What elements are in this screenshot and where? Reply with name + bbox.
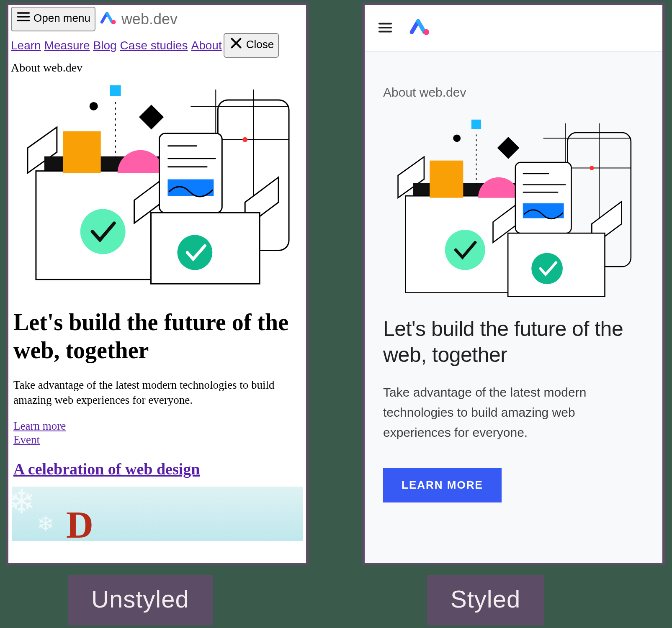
open-menu-label: Open menu	[33, 12, 90, 25]
close-label: Close	[246, 38, 274, 51]
nav-case-studies[interactable]: Case studies	[120, 39, 188, 52]
svg-rect-42	[515, 162, 571, 233]
svg-point-26	[423, 29, 429, 35]
svg-rect-32	[471, 120, 481, 129]
svg-point-14	[242, 137, 247, 142]
nav-blog[interactable]: Blog	[93, 39, 117, 52]
nav-measure[interactable]: Measure	[44, 39, 90, 52]
nav-about[interactable]: About	[191, 39, 221, 52]
hamburger-icon[interactable]	[377, 20, 393, 37]
celebration-heading-link[interactable]: A celebration of web design	[13, 460, 200, 478]
styled-topbar	[365, 5, 662, 52]
svg-rect-30	[430, 161, 463, 198]
svg-point-33	[453, 134, 461, 142]
svg-rect-8	[139, 105, 164, 129]
svg-point-0	[111, 20, 116, 24]
event-link[interactable]: Event	[13, 433, 301, 446]
styled-kicker: About web.dev	[383, 85, 644, 100]
nav-learn[interactable]: Learn	[11, 39, 41, 52]
svg-rect-6	[110, 85, 121, 96]
logo-mark-icon[interactable]	[409, 17, 431, 40]
hero-illustration	[8, 74, 306, 297]
caption-unstyled: Unstyled	[68, 575, 213, 625]
styled-headline: Let's build the future of the web, toget…	[383, 316, 644, 368]
svg-point-40	[590, 166, 594, 170]
close-icon	[229, 36, 244, 54]
learn-more-button[interactable]: LEARN MORE	[383, 468, 502, 502]
caption-styled: Styled	[427, 575, 544, 625]
hamburger-icon	[16, 9, 31, 27]
svg-point-25	[177, 235, 212, 270]
event-banner-image: ❄ ❄ D	[12, 487, 303, 541]
svg-point-51	[531, 253, 563, 284]
unstyled-header: Open menu web.dev	[8, 5, 306, 33]
hero-illustration	[383, 112, 644, 306]
svg-point-7	[90, 102, 98, 110]
unstyled-preview: Open menu web.dev Learn Measure Blog Cas…	[6, 3, 309, 565]
unstyled-headline: Let's build the future of the web, toget…	[8, 297, 306, 368]
logo-text: web.dev	[121, 10, 178, 28]
styled-body: Take advantage of the latest modern tech…	[383, 382, 644, 443]
close-menu-button[interactable]: Close	[224, 33, 279, 58]
unstyled-kicker: About web.dev	[8, 58, 306, 74]
svg-point-50	[445, 230, 485, 270]
logo-mark-icon	[100, 10, 117, 29]
open-menu-button[interactable]: Open menu	[11, 7, 95, 31]
svg-rect-4	[63, 131, 101, 173]
styled-content: About web.dev	[365, 52, 662, 563]
unstyled-nav: Learn Measure Blog Case studies About Cl…	[8, 33, 306, 58]
unstyled-body: Take advantage of the latest modern tech…	[8, 368, 306, 408]
learn-more-link[interactable]: Learn more	[13, 420, 301, 433]
svg-point-24	[80, 209, 126, 254]
svg-rect-34	[497, 137, 520, 159]
styled-preview: About web.dev	[362, 3, 665, 565]
